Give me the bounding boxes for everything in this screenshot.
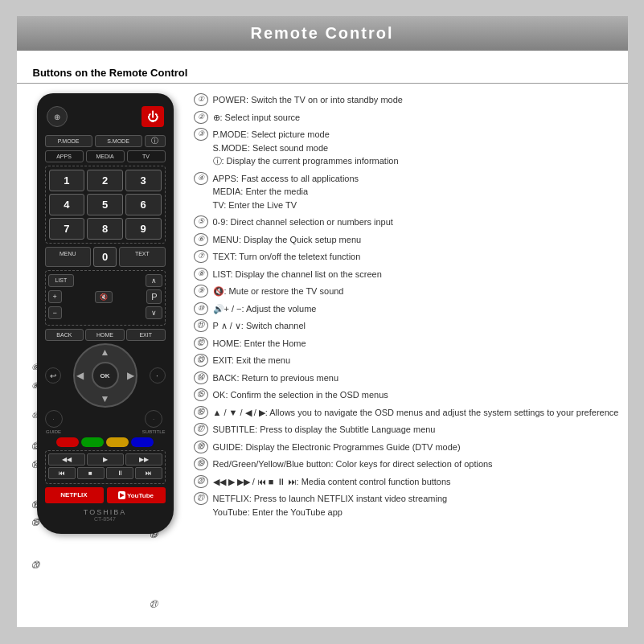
- num-4[interactable]: 4: [49, 194, 85, 215]
- desc-text: TEXT: Turn on/off the teletext function: [213, 250, 620, 264]
- mid-controls: LIST ∧ + 🔇 P − ∨: [45, 270, 166, 326]
- num-0[interactable]: 0: [93, 247, 117, 267]
- apps-button[interactable]: APPS: [45, 150, 84, 162]
- fwd-button[interactable]: ▶▶: [125, 453, 162, 466]
- next-button[interactable]: ⏭: [135, 467, 162, 479]
- mode-row: P.MODE S.MODE ⓘ: [45, 135, 166, 147]
- menu-button[interactable]: MENU: [45, 247, 91, 267]
- tv-button[interactable]: TV: [127, 150, 166, 162]
- desc-text: APPS: Fast access to all applicationsMED…: [213, 172, 620, 212]
- stop-button[interactable]: ■: [77, 467, 105, 479]
- desc-num: ㉑: [194, 492, 208, 505]
- youtube-play-icon: ▶: [118, 491, 125, 499]
- num-7[interactable]: 7: [49, 218, 85, 240]
- desc-item: ㉑NETFLIX: Press to launch NETFLIX instan…: [194, 492, 620, 519]
- desc-text: MENU: Display the Quick setup menu: [213, 233, 620, 247]
- desc-num: ⑪: [194, 319, 208, 332]
- input-button[interactable]: ⊕: [47, 106, 68, 127]
- desc-num: ⑦: [194, 250, 208, 263]
- numpad-grid: 1 2 3 4 5 6 7 8 9: [49, 170, 162, 240]
- desc-num: ⑨: [194, 285, 208, 297]
- media-row-1: ◀◀ ▶ ▶▶: [48, 453, 162, 466]
- desc-text: GUIDE: Display the Electronic Programmes…: [213, 441, 620, 454]
- desc-item: ⑮OK: Confirm the selection in the OSD me…: [194, 388, 620, 402]
- ch-up-button[interactable]: ∧: [146, 274, 162, 287]
- remote-brand: TOSHIBA CT-8547: [45, 508, 166, 522]
- mid-top-row: LIST ∧: [48, 274, 162, 287]
- desc-item: ⑩🔊+ / −: Adjust the volume: [194, 302, 620, 316]
- remote-body: ⊕ ⏻ P.MODE S.MODE ⓘ APPS MEDIA TV: [37, 93, 174, 534]
- back-button[interactable]: BACK: [45, 329, 84, 341]
- subtitle-label: SUBTITLE: [142, 429, 166, 434]
- red-button[interactable]: [56, 437, 79, 447]
- pause-button[interactable]: ⏸: [106, 467, 133, 479]
- desc-text: NETFLIX: Press to launch NETFLIX instant…: [213, 492, 620, 519]
- num-6[interactable]: 6: [125, 194, 162, 215]
- num-5[interactable]: 5: [87, 194, 123, 215]
- descriptions-panel: ①POWER: Switch the TV on or into standby…: [194, 93, 620, 534]
- num-3[interactable]: 3: [125, 170, 162, 191]
- desc-item: ⑬EXIT: Exit the menu: [194, 354, 620, 367]
- desc-num: ⑲: [194, 457, 208, 470]
- num-1[interactable]: 1: [49, 170, 85, 191]
- play-button[interactable]: ▶: [87, 453, 124, 466]
- desc-text: OK: Confirm the selection in the OSD men…: [213, 388, 620, 402]
- media-button[interactable]: MEDIA: [86, 150, 125, 162]
- desc-text: BACK: Return to previous menu: [213, 371, 620, 385]
- desc-num: ⑧: [194, 268, 208, 281]
- desc-item: ③P.MODE: Select picture modeS.MODE: Sele…: [194, 128, 620, 168]
- desc-text: SUBTITLE: Press to display the Subtitle …: [213, 423, 620, 437]
- desc-item: ④APPS: Fast access to all applicationsME…: [194, 172, 620, 212]
- prev-button[interactable]: ⏮: [48, 467, 76, 479]
- ch-down-button[interactable]: ∨: [146, 306, 162, 319]
- exit-button[interactable]: EXIT: [126, 329, 166, 341]
- netflix-button[interactable]: NETFLIX: [45, 487, 104, 503]
- desc-item: ②⊕: Select input source: [194, 111, 620, 125]
- list-button[interactable]: LIST: [48, 274, 75, 287]
- desc-text: ⊕: Select input source: [213, 111, 620, 125]
- desc-num: ①: [194, 93, 208, 106]
- desc-num: ④: [194, 172, 208, 185]
- vol-down-button[interactable]: −: [48, 306, 62, 319]
- section-title: Buttons on the Remote Control: [17, 63, 628, 84]
- power-button[interactable]: ⏻: [142, 106, 164, 127]
- home-button[interactable]: HOME: [85, 329, 125, 341]
- num-2[interactable]: 2: [87, 170, 123, 191]
- num-9[interactable]: 9: [125, 218, 162, 240]
- desc-item: ⑪P ∧ / ∨: Switch channel: [194, 319, 620, 333]
- vol-up-button[interactable]: +: [48, 290, 62, 303]
- mute-button[interactable]: 🔇: [95, 291, 113, 303]
- dpad-up[interactable]: ▲: [100, 347, 110, 358]
- guide-col: · GUIDE: [45, 410, 63, 434]
- info-button[interactable]: ⓘ: [145, 135, 166, 147]
- desc-num: ⑰: [194, 423, 208, 436]
- smode-button[interactable]: S.MODE: [95, 135, 142, 147]
- guide-label: GUIDE: [46, 429, 61, 434]
- desc-item: ⑫HOME: Enter the Home: [194, 337, 620, 351]
- desc-text: Red/Green/Yellow/Blue button: Color keys…: [213, 457, 620, 471]
- ok-button[interactable]: OK: [92, 362, 119, 389]
- blue-button[interactable]: [131, 437, 154, 447]
- dpad-right[interactable]: ▶: [127, 370, 134, 381]
- rew-button[interactable]: ◀◀: [48, 453, 85, 466]
- callout-21: ㉑: [150, 600, 158, 609]
- subtitle-button[interactable]: ·: [145, 410, 162, 428]
- desc-num: ②: [194, 111, 208, 124]
- num-8[interactable]: 8: [87, 218, 123, 240]
- desc-text: 🔇: Mute or restore the TV sound: [213, 285, 620, 298]
- youtube-button[interactable]: ▶ YouTube: [107, 487, 166, 503]
- desc-text: 0-9: Direct channel selection or numbers…: [213, 215, 620, 229]
- desc-item: ⑳◀◀ ▶ ▶▶ / ⏮ ■ ⏸ ⏭: Media content contro…: [194, 475, 620, 489]
- pmode-button[interactable]: P.MODE: [45, 135, 92, 147]
- dpad-left[interactable]: ◀: [76, 370, 84, 381]
- ch-p-button[interactable]: P: [146, 289, 162, 304]
- extra-right-button[interactable]: ·: [150, 367, 166, 384]
- guide-button[interactable]: ·: [45, 410, 63, 428]
- text-button[interactable]: TEXT: [119, 247, 165, 267]
- desc-num: ⑮: [194, 388, 208, 401]
- back-icon-button[interactable]: ↩: [45, 367, 61, 384]
- desc-text: HOME: Enter the Home: [213, 337, 620, 351]
- green-button[interactable]: [81, 437, 104, 447]
- yellow-button[interactable]: [106, 437, 129, 447]
- dpad-down[interactable]: ▼: [100, 393, 110, 404]
